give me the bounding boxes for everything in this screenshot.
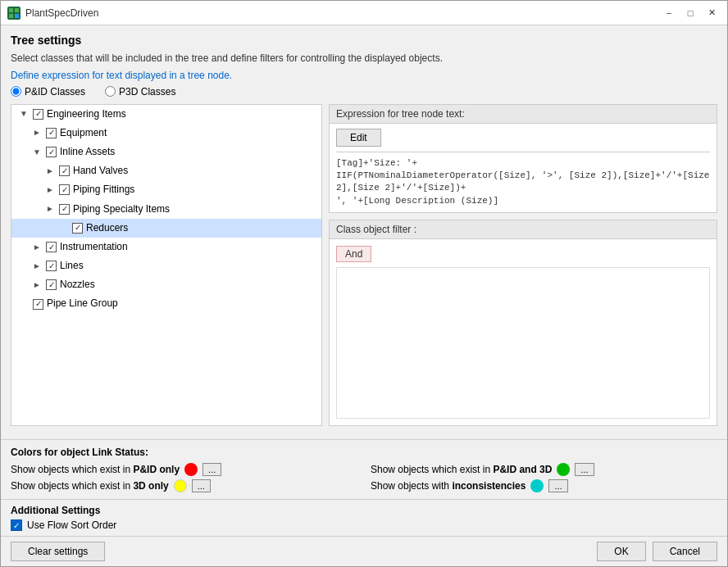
checkbox-piping-fittings[interactable] — [59, 184, 70, 195]
filter-header: Class object filter : — [330, 220, 717, 239]
label-inconsistencies: Show objects with inconsistencies — [371, 480, 526, 492]
expand-inline-assets[interactable]: ▼ — [31, 147, 43, 158]
label-inline-assets: Inline Assets — [60, 144, 115, 160]
tree-item-reducers[interactable]: Reducers — [11, 219, 321, 238]
app-icon — [7, 7, 20, 20]
checkbox-instrumentation[interactable] — [46, 242, 57, 252]
minimize-button[interactable]: − — [660, 5, 678, 21]
label-3d-only: Show objects which exist in 3D only — [11, 480, 169, 492]
additional-section: Additional Settings Use Flow Sort Order — [1, 499, 727, 536]
color-row-pid-and-3d: Show objects which exist in P&ID and 3D … — [371, 463, 717, 476]
additional-title: Additional Settings — [11, 505, 717, 516]
expand-hand-valves[interactable]: ► — [44, 166, 56, 177]
expand-reducers — [57, 222, 69, 234]
circle-3d-only — [174, 479, 187, 492]
radio-group: P&ID Classes P3D Classes — [11, 86, 717, 98]
filter-panel: Class object filter : And — [329, 220, 717, 426]
footer: Clear settings OK Cancel — [1, 536, 727, 566]
label-piping-specialty: Piping Specialty Items — [73, 202, 170, 217]
close-button[interactable]: ✕ — [703, 5, 721, 21]
radio-pid-classes[interactable]: P&ID Classes — [11, 86, 85, 98]
expression-panel: Expression for tree node text: Edit [Tag… — [329, 104, 717, 214]
expand-lines[interactable]: ► — [31, 261, 43, 272]
tree-item-lines[interactable]: ► Lines — [11, 256, 321, 275]
checkbox-equipment[interactable] — [46, 128, 57, 138]
page-title: Tree settings — [11, 34, 717, 47]
use-flow-sort-label[interactable]: Use Flow Sort Order — [11, 519, 717, 531]
radio-p3d-label: P3D Classes — [119, 86, 175, 98]
cancel-button[interactable]: Cancel — [653, 542, 717, 561]
tree-item-inline-assets[interactable]: ▼ Inline Assets — [11, 143, 321, 161]
color-row-3d-only: Show objects which exist in 3D only ... — [11, 479, 357, 492]
color-btn-3d-only[interactable]: ... — [192, 479, 211, 492]
tree-item-engineering-items[interactable]: ▼ Engineering Items — [11, 105, 321, 124]
ok-button[interactable]: OK — [597, 542, 645, 561]
window-title: PlantSpecDriven — [25, 7, 660, 19]
expand-piping-specialty[interactable]: ► — [44, 203, 56, 215]
footer-right: OK Cancel — [597, 542, 717, 561]
checkbox-engineering-items[interactable] — [33, 109, 43, 120]
content-area: Tree settings Select classes that will b… — [1, 25, 727, 439]
main-panel: ▼ Engineering Items ► Equipment ▼ Inline… — [11, 104, 717, 426]
label-pid-only: Show objects which exist in P&ID only — [11, 464, 180, 475]
maximize-button[interactable]: □ — [681, 5, 699, 21]
label-piping-fittings: Piping Fittings — [73, 182, 134, 197]
expand-instrumentation[interactable]: ► — [31, 242, 43, 253]
color-btn-pid-only[interactable]: ... — [202, 463, 221, 476]
label-pid-and-3d: Show objects which exist in P&ID and 3D — [371, 464, 552, 475]
expand-equipment[interactable]: ► — [31, 127, 43, 138]
tree-item-instrumentation[interactable]: ► Instrumentation — [11, 238, 321, 256]
expression-text: [Tag]+'Size: '+ IIF(PTNominalDiameterOpe… — [336, 152, 710, 208]
circle-pid-and-3d — [557, 463, 570, 476]
title-bar: PlantSpecDriven − □ ✕ — [1, 1, 727, 25]
expand-nozzles[interactable]: ► — [31, 279, 43, 291]
svg-rect-2 — [9, 14, 13, 18]
tree-item-pipe-line-group[interactable]: Pipe Line Group — [11, 294, 321, 313]
clear-settings-button[interactable]: Clear settings — [11, 542, 105, 561]
use-flow-sort-text: Use Flow Sort Order — [27, 519, 116, 531]
label-nozzles: Nozzles — [60, 277, 95, 293]
checkbox-hand-valves[interactable] — [59, 166, 70, 176]
colors-section: Colors for object Link Status: Show obje… — [1, 439, 727, 499]
checkbox-pipe-line-group[interactable] — [33, 299, 43, 310]
colors-title: Colors for object Link Status: — [11, 447, 717, 458]
label-reducers: Reducers — [86, 220, 128, 236]
label-instrumentation: Instrumentation — [60, 239, 128, 255]
tree-item-piping-fittings[interactable]: ► Piping Fittings — [11, 180, 321, 199]
edit-button[interactable]: Edit — [336, 129, 381, 147]
color-btn-pid-and-3d[interactable]: ... — [575, 463, 594, 476]
checkbox-piping-specialty[interactable] — [59, 204, 70, 215]
expand-engineering-items[interactable]: ▼ — [18, 108, 30, 120]
color-btn-inconsistencies[interactable]: ... — [548, 479, 567, 492]
svg-rect-3 — [15, 14, 19, 18]
checkbox-lines[interactable] — [46, 261, 57, 271]
expression-header: Expression for tree node text: — [330, 105, 717, 124]
filter-scrollable[interactable] — [336, 267, 710, 419]
window-controls: − □ ✕ — [660, 5, 721, 21]
label-pipe-line-group: Pipe Line Group — [47, 296, 118, 311]
expression-link[interactable]: Define expression for text displayed in … — [11, 70, 232, 81]
radio-p3d-input[interactable] — [105, 86, 116, 97]
right-panel: Expression for tree node text: Edit [Tag… — [329, 104, 717, 426]
checkbox-inline-assets[interactable] — [46, 147, 57, 157]
color-row-pid-only: Show objects which exist in P&ID only ..… — [11, 463, 357, 476]
checkbox-reducers[interactable] — [72, 223, 83, 234]
and-button[interactable]: And — [336, 246, 371, 262]
tree-item-hand-valves[interactable]: ► Hand Valves — [11, 161, 321, 180]
label-hand-valves: Hand Valves — [73, 163, 128, 179]
label-engineering-items: Engineering Items — [47, 107, 126, 122]
tree-item-piping-specialty[interactable]: ► Piping Specialty Items — [11, 200, 321, 219]
use-flow-sort-checkbox[interactable] — [11, 519, 22, 531]
expression-body: Edit [Tag]+'Size: '+ IIF(PTNominalDiamet… — [330, 124, 717, 213]
radio-pid-input[interactable] — [11, 86, 21, 97]
colors-grid: Show objects which exist in P&ID only ..… — [11, 463, 717, 492]
radio-p3d-classes[interactable]: P3D Classes — [105, 86, 175, 98]
expand-piping-fittings[interactable]: ► — [44, 184, 56, 196]
checkbox-nozzles[interactable] — [46, 279, 57, 290]
description-line2: Define expression for text displayed in … — [11, 69, 717, 83]
tree-item-nozzles[interactable]: ► Nozzles — [11, 275, 321, 294]
svg-rect-1 — [15, 8, 19, 12]
circle-pid-only — [184, 463, 198, 476]
tree-panel: ▼ Engineering Items ► Equipment ▼ Inline… — [11, 104, 322, 426]
tree-item-equipment[interactable]: ► Equipment — [11, 124, 321, 143]
